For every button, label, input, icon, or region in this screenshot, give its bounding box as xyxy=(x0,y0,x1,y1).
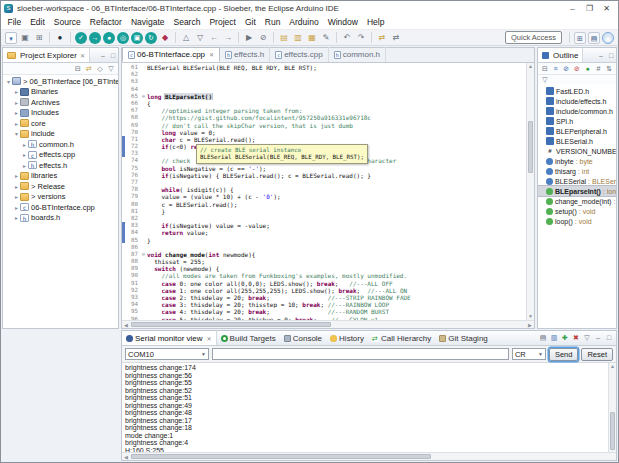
link-with-editor-icon[interactable]: ⇅ xyxy=(604,64,614,74)
fold-marker-icon[interactable]: ⊖ xyxy=(140,93,147,100)
code-editor[interactable]: 61BLESerial BLESerial(BLE_REQ, BLE_RDY, … xyxy=(122,63,534,320)
expander-icon[interactable]: ▸ xyxy=(13,214,20,221)
output-horizontal-scrollbar[interactable]: ◀ xyxy=(122,452,616,460)
maximize-view-icon[interactable]: □ xyxy=(108,52,118,59)
fold-marker-icon[interactable]: ⊖ xyxy=(140,251,147,258)
maximize-button[interactable]: ❐ xyxy=(581,2,598,15)
add-connection-icon[interactable]: ✚ xyxy=(560,333,570,343)
display-console-icon[interactable]: ▥ xyxy=(549,333,559,343)
run-button-icon[interactable]: ▶ xyxy=(243,32,255,44)
outline-item-loop[interactable]: loop() : void xyxy=(538,216,616,226)
scroll-left-icon[interactable]: ◀ xyxy=(122,321,130,328)
tab-serial-monitor-view[interactable]: Serial monitor view✕ xyxy=(122,331,217,345)
collapse-all-icon[interactable]: ⊟ xyxy=(540,64,550,74)
scroll-up-icon[interactable]: ▲ xyxy=(527,63,534,70)
menu-arduino[interactable]: Arduino xyxy=(285,16,323,29)
previous-annotation-button-icon[interactable]: △ xyxy=(180,32,192,44)
verify-sketch-button-icon[interactable]: ✓ xyxy=(75,32,87,44)
serial-output[interactable]: brightness change:174brightness change:5… xyxy=(122,363,616,452)
tree-item-06-btinterface-06-btinterface-mas[interactable]: ▾> 06_BTInterface [06_BTInterface mas xyxy=(3,76,118,87)
collapse-all-icon[interactable]: ⊟ xyxy=(73,64,83,74)
editor-tab-effects-cpp[interactable]: ceffects.cpp xyxy=(270,47,329,62)
tree-item-boards-h[interactable]: ▸hboards.h xyxy=(3,213,118,224)
search-button-icon[interactable]: ✎ xyxy=(320,32,332,44)
minimize-icon[interactable]: – xyxy=(593,333,603,343)
tree-item-effects-cpp[interactable]: ▸ceffects.cpp xyxy=(3,150,118,161)
outline-item-include-effects-h[interactable]: include/effects.h xyxy=(538,96,616,106)
expander-icon[interactable]: ▸ xyxy=(13,88,20,95)
menu-run[interactable]: Run xyxy=(260,16,285,29)
go-to-line-button-icon[interactable]: ↷ xyxy=(355,32,367,44)
reset-button[interactable]: Reset xyxy=(581,348,613,361)
scroll-right-icon[interactable]: ▶ xyxy=(526,321,534,328)
expander-icon[interactable]: ▸ xyxy=(13,204,20,211)
menu-file[interactable]: File xyxy=(3,16,26,29)
expander-icon[interactable]: ▸ xyxy=(13,99,20,106)
expander-icon[interactable]: ▾ xyxy=(5,78,12,85)
tree-item-archives[interactable]: ▸Archives xyxy=(3,97,118,108)
open-perspective-button[interactable]: ⊞ xyxy=(574,32,586,44)
menu-source[interactable]: Source xyxy=(49,16,85,29)
expander-icon[interactable]: ▸ xyxy=(21,141,28,148)
hide-non-public-icon[interactable]: ● xyxy=(583,64,593,74)
pin-console-icon[interactable]: ▤ xyxy=(538,333,548,343)
outline-item-inbyte[interactable]: inbyte : byte xyxy=(538,156,616,166)
close-button[interactable]: ✕ xyxy=(598,2,615,15)
next-editor-button-icon[interactable]: ⇄ xyxy=(376,32,388,44)
new-sketch-button-icon[interactable]: ● xyxy=(103,32,115,44)
editor-tab-06-btinterface-cpp[interactable]: c06-BTInterface.cpp✕ xyxy=(122,47,220,62)
expander-icon[interactable]: ▸ xyxy=(13,172,20,179)
menu-search[interactable]: Search xyxy=(169,16,205,29)
scroll-down-icon[interactable]: ▼ xyxy=(527,313,534,320)
upload-sketch-button-icon[interactable]: → xyxy=(89,32,101,44)
export-button-icon[interactable]: ▦ xyxy=(306,32,318,44)
last-edit-location-button-icon[interactable]: ↶ xyxy=(341,32,353,44)
editor-tab-common-h[interactable]: hcommon.h xyxy=(329,47,386,62)
outline-item-change-mode-int[interactable]: change_mode(int) : void xyxy=(538,196,616,206)
cpp-perspective-button[interactable]: ▤ xyxy=(588,32,600,44)
import-button-icon[interactable]: ▥ xyxy=(292,32,304,44)
view-menu-icon[interactable]: ▽ xyxy=(106,64,116,74)
minimize-view-icon[interactable]: – xyxy=(596,52,606,59)
minimize-button[interactable]: – xyxy=(564,2,581,15)
arduino-perspective-button[interactable]: ◉ xyxy=(602,32,614,44)
launch-config-button-icon[interactable]: ● xyxy=(54,32,66,44)
serial-input[interactable] xyxy=(212,348,509,360)
scroll-up-icon[interactable]: ▲ xyxy=(609,363,616,370)
hide-fields-icon[interactable]: ⊘ xyxy=(561,64,571,74)
open-resource-button-icon[interactable]: ▤ xyxy=(278,32,290,44)
tab-outline[interactable]: Outline xyxy=(538,48,583,62)
previous-editor-button-icon[interactable]: ⇄ xyxy=(390,32,402,44)
tab-call-hierarchy[interactable]: ⇄Call Hierarchy xyxy=(368,331,435,345)
maximize-icon[interactable]: □ xyxy=(604,333,614,343)
expander-icon[interactable]: ▸ xyxy=(13,183,20,190)
editor-tab-effects-h[interactable]: heffects.h xyxy=(220,47,270,62)
port-select[interactable]: COM10 ▼ xyxy=(125,348,209,360)
forward-history-button-icon[interactable]: → xyxy=(222,32,234,44)
tree-item-versions[interactable]: ▸> versions xyxy=(3,192,118,203)
outline-item-fastled-h[interactable]: FastLED.h xyxy=(538,86,616,96)
close-icon[interactable]: ✕ xyxy=(80,52,85,59)
menu-navigate[interactable]: Navigate xyxy=(126,16,169,29)
save-all-button-icon[interactable]: ⊞ xyxy=(33,32,45,44)
open-serial-monitor-button-icon[interactable]: ◎ xyxy=(117,32,129,44)
expander-icon[interactable]: ▸ xyxy=(21,151,28,158)
back-history-button-icon[interactable]: ← xyxy=(208,32,220,44)
scroll-left-icon[interactable]: ◀ xyxy=(122,453,130,460)
view-menu-icon[interactable]: ▽ xyxy=(582,333,592,343)
minimize-view-icon[interactable]: – xyxy=(98,52,108,59)
link-with-editor-icon[interactable]: ⇄ xyxy=(84,64,94,74)
outline-item-version-number[interactable]: #VERSION_NUMBER xyxy=(538,146,616,156)
tree-item-release[interactable]: ▸> Release xyxy=(3,181,118,192)
new-wizard-dropdown-icon[interactable]: ▾ xyxy=(5,32,17,44)
expander-icon[interactable]: ▸ xyxy=(21,162,28,169)
tree-item-common-h[interactable]: ▸hcommon.h xyxy=(3,139,118,150)
tab-build-targets[interactable]: Build Targets xyxy=(217,331,280,345)
menu-edit[interactable]: Edit xyxy=(26,16,50,29)
expander-icon[interactable]: ▸ xyxy=(13,109,20,116)
profile-tool-button-icon[interactable]: ◆ xyxy=(159,32,171,44)
outline-item-spi-h[interactable]: SPI.h xyxy=(538,116,616,126)
output-vertical-scrollbar[interactable]: ▲ xyxy=(608,363,616,452)
menu-refactor[interactable]: Refactor xyxy=(85,16,126,29)
next-annotation-button-icon[interactable]: ▽ xyxy=(194,32,206,44)
